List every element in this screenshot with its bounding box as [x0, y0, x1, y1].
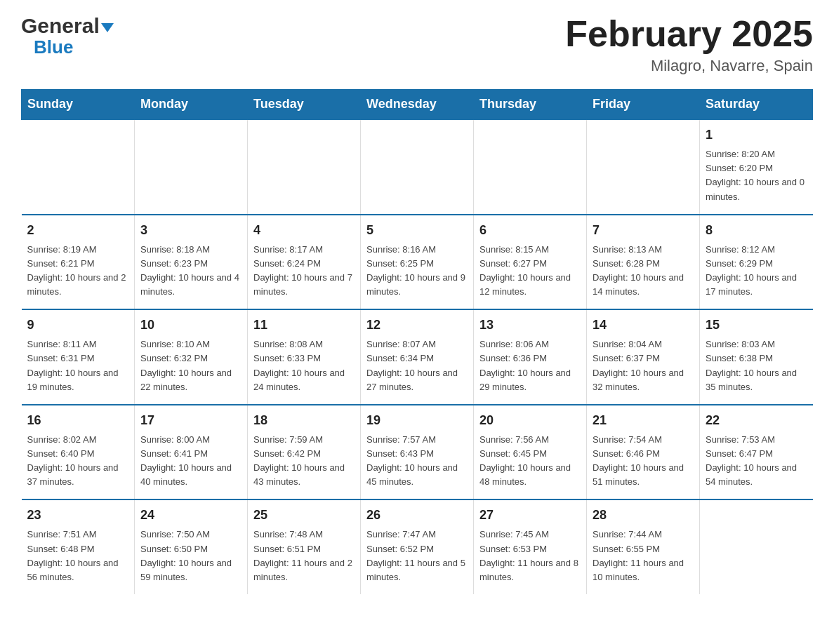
day-number: 14: [593, 316, 694, 335]
day-info: Sunrise: 8:16 AM Sunset: 6:25 PM Dayligh…: [366, 243, 468, 300]
day-info: Sunrise: 8:04 AM Sunset: 6:37 PM Dayligh…: [593, 337, 694, 394]
logo: General Blue: [21, 14, 114, 58]
day-number: 3: [140, 221, 241, 240]
day-info: Sunrise: 7:48 AM Sunset: 6:51 PM Dayligh…: [253, 528, 355, 584]
day-info: Sunrise: 8:07 AM Sunset: 6:34 PM Dayligh…: [366, 337, 468, 394]
logo-general-text: General: [21, 14, 100, 38]
day-info: Sunrise: 8:20 AM Sunset: 6:20 PM Dayligh…: [706, 147, 807, 204]
calendar-day-cell: 8Sunrise: 8:12 AM Sunset: 6:29 PM Daylig…: [700, 215, 813, 310]
day-info: Sunrise: 7:53 AM Sunset: 6:47 PM Dayligh…: [706, 433, 807, 490]
day-info: Sunrise: 7:50 AM Sunset: 6:50 PM Dayligh…: [140, 528, 241, 584]
calendar-day-cell: [248, 119, 361, 215]
day-number: 15: [706, 316, 807, 335]
calendar-day-cell: [135, 119, 248, 215]
calendar-day-cell: 13Sunrise: 8:06 AM Sunset: 6:36 PM Dayli…: [474, 309, 587, 405]
day-info: Sunrise: 8:11 AM Sunset: 6:31 PM Dayligh…: [27, 337, 129, 394]
day-number: 23: [27, 506, 129, 525]
day-info: Sunrise: 7:54 AM Sunset: 6:46 PM Dayligh…: [593, 433, 694, 490]
calendar-day-cell: 12Sunrise: 8:07 AM Sunset: 6:34 PM Dayli…: [361, 309, 474, 405]
day-info: Sunrise: 8:19 AM Sunset: 6:21 PM Dayligh…: [27, 243, 129, 300]
calendar-day-cell: 16Sunrise: 8:02 AM Sunset: 6:40 PM Dayli…: [22, 405, 135, 500]
calendar-day-cell: 23Sunrise: 7:51 AM Sunset: 6:48 PM Dayli…: [22, 499, 135, 594]
day-number: 12: [366, 316, 468, 335]
day-number: 25: [253, 506, 355, 525]
calendar-day-cell: 9Sunrise: 8:11 AM Sunset: 6:31 PM Daylig…: [22, 309, 135, 405]
calendar-day-cell: 25Sunrise: 7:48 AM Sunset: 6:51 PM Dayli…: [248, 499, 361, 594]
day-number: 22: [706, 411, 807, 430]
page-header: General Blue February 2025 Milagro, Nava…: [21, 14, 813, 75]
calendar-week-row: 1Sunrise: 8:20 AM Sunset: 6:20 PM Daylig…: [22, 119, 813, 215]
logo-blue-text: Blue: [34, 36, 73, 58]
day-info: Sunrise: 8:18 AM Sunset: 6:23 PM Dayligh…: [140, 243, 241, 300]
day-number: 24: [140, 506, 241, 525]
day-number: 28: [593, 506, 694, 525]
day-number: 21: [593, 411, 694, 430]
calendar-day-cell: 26Sunrise: 7:47 AM Sunset: 6:52 PM Dayli…: [361, 499, 474, 594]
day-number: 27: [479, 506, 581, 525]
calendar-day-cell: 5Sunrise: 8:16 AM Sunset: 6:25 PM Daylig…: [361, 215, 474, 310]
day-number: 20: [479, 411, 581, 430]
calendar-day-cell: 3Sunrise: 8:18 AM Sunset: 6:23 PM Daylig…: [135, 215, 248, 310]
day-number: 17: [140, 411, 241, 430]
day-number: 26: [366, 506, 468, 525]
calendar-day-cell: 4Sunrise: 8:17 AM Sunset: 6:24 PM Daylig…: [248, 215, 361, 310]
calendar-week-row: 16Sunrise: 8:02 AM Sunset: 6:40 PM Dayli…: [22, 405, 813, 500]
day-number: 4: [253, 221, 355, 240]
day-number: 2: [27, 221, 129, 240]
calendar-day-cell: 11Sunrise: 8:08 AM Sunset: 6:33 PM Dayli…: [248, 309, 361, 405]
day-number: 7: [593, 221, 694, 240]
day-of-week-header: Thursday: [474, 90, 587, 120]
calendar-day-cell: 14Sunrise: 8:04 AM Sunset: 6:37 PM Dayli…: [587, 309, 700, 405]
calendar-week-row: 23Sunrise: 7:51 AM Sunset: 6:48 PM Dayli…: [22, 499, 813, 594]
day-info: Sunrise: 8:03 AM Sunset: 6:38 PM Dayligh…: [706, 337, 807, 394]
day-info: Sunrise: 8:10 AM Sunset: 6:32 PM Dayligh…: [140, 337, 241, 394]
month-title: February 2025: [565, 14, 813, 54]
calendar-day-cell: 1Sunrise: 8:20 AM Sunset: 6:20 PM Daylig…: [700, 119, 813, 215]
calendar-day-cell: [474, 119, 587, 215]
day-info: Sunrise: 8:08 AM Sunset: 6:33 PM Dayligh…: [253, 337, 355, 394]
day-info: Sunrise: 8:02 AM Sunset: 6:40 PM Dayligh…: [27, 433, 129, 490]
day-number: 13: [479, 316, 581, 335]
calendar-day-cell: [361, 119, 474, 215]
day-info: Sunrise: 7:44 AM Sunset: 6:55 PM Dayligh…: [593, 528, 694, 584]
logo-arrow-icon: [101, 23, 114, 32]
calendar-day-cell: 15Sunrise: 8:03 AM Sunset: 6:38 PM Dayli…: [700, 309, 813, 405]
title-block: February 2025 Milagro, Navarre, Spain: [565, 14, 813, 75]
day-info: Sunrise: 7:57 AM Sunset: 6:43 PM Dayligh…: [366, 433, 468, 490]
calendar-day-cell: 21Sunrise: 7:54 AM Sunset: 6:46 PM Dayli…: [587, 405, 700, 500]
day-number: 19: [366, 411, 468, 430]
day-info: Sunrise: 8:13 AM Sunset: 6:28 PM Dayligh…: [593, 243, 694, 300]
calendar-day-cell: 7Sunrise: 8:13 AM Sunset: 6:28 PM Daylig…: [587, 215, 700, 310]
day-info: Sunrise: 7:59 AM Sunset: 6:42 PM Dayligh…: [253, 433, 355, 490]
calendar-day-cell: 2Sunrise: 8:19 AM Sunset: 6:21 PM Daylig…: [22, 215, 135, 310]
day-info: Sunrise: 8:06 AM Sunset: 6:36 PM Dayligh…: [479, 337, 581, 394]
day-number: 9: [27, 316, 129, 335]
day-info: Sunrise: 7:45 AM Sunset: 6:53 PM Dayligh…: [479, 528, 581, 584]
calendar-week-row: 9Sunrise: 8:11 AM Sunset: 6:31 PM Daylig…: [22, 309, 813, 405]
day-info: Sunrise: 8:17 AM Sunset: 6:24 PM Dayligh…: [253, 243, 355, 300]
day-info: Sunrise: 7:51 AM Sunset: 6:48 PM Dayligh…: [27, 528, 129, 584]
calendar-day-cell: 6Sunrise: 8:15 AM Sunset: 6:27 PM Daylig…: [474, 215, 587, 310]
day-of-week-header: Wednesday: [361, 90, 474, 120]
calendar-day-cell: 27Sunrise: 7:45 AM Sunset: 6:53 PM Dayli…: [474, 499, 587, 594]
calendar-day-cell: [22, 119, 135, 215]
day-info: Sunrise: 8:12 AM Sunset: 6:29 PM Dayligh…: [706, 243, 807, 300]
day-number: 18: [253, 411, 355, 430]
calendar-day-cell: 17Sunrise: 8:00 AM Sunset: 6:41 PM Dayli…: [135, 405, 248, 500]
calendar-day-cell: [700, 499, 813, 594]
calendar-day-cell: 22Sunrise: 7:53 AM Sunset: 6:47 PM Dayli…: [700, 405, 813, 500]
day-number: 5: [366, 221, 468, 240]
calendar-day-cell: 10Sunrise: 8:10 AM Sunset: 6:32 PM Dayli…: [135, 309, 248, 405]
day-of-week-header: Tuesday: [248, 90, 361, 120]
calendar-day-cell: 18Sunrise: 7:59 AM Sunset: 6:42 PM Dayli…: [248, 405, 361, 500]
day-number: 8: [706, 221, 807, 240]
calendar-day-cell: 19Sunrise: 7:57 AM Sunset: 6:43 PM Dayli…: [361, 405, 474, 500]
day-number: 11: [253, 316, 355, 335]
calendar-day-cell: 20Sunrise: 7:56 AM Sunset: 6:45 PM Dayli…: [474, 405, 587, 500]
calendar-day-cell: 24Sunrise: 7:50 AM Sunset: 6:50 PM Dayli…: [135, 499, 248, 594]
location-label: Milagro, Navarre, Spain: [565, 57, 813, 75]
day-info: Sunrise: 7:56 AM Sunset: 6:45 PM Dayligh…: [479, 433, 581, 490]
calendar-day-cell: [587, 119, 700, 215]
day-of-week-header: Saturday: [700, 90, 813, 120]
day-info: Sunrise: 7:47 AM Sunset: 6:52 PM Dayligh…: [366, 528, 468, 584]
